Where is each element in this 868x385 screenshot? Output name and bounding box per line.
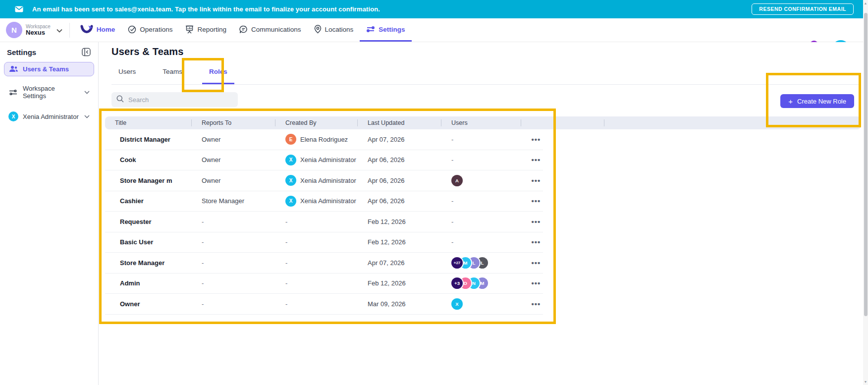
created-by-cell: XXenia Administrator bbox=[275, 196, 358, 207]
scrollbar-thumb[interactable] bbox=[864, 13, 868, 316]
reports-to-cell: Owner bbox=[192, 177, 275, 184]
column-header-last-updated: Last Updated bbox=[358, 116, 441, 129]
created-by-cell: - bbox=[275, 238, 358, 246]
avatar: X bbox=[451, 298, 463, 310]
users-cell: - bbox=[441, 238, 521, 246]
nav-item-settings[interactable]: Settings bbox=[360, 18, 411, 42]
reports-to-cell: - bbox=[192, 218, 275, 225]
last-updated-cell: Feb 12, 2026 bbox=[358, 218, 441, 225]
users-avatar-group: A bbox=[451, 175, 463, 186]
row-actions-button[interactable]: ••• bbox=[521, 279, 551, 287]
avatar: +27 bbox=[451, 257, 463, 269]
users-avatar-group: +27MLL bbox=[451, 257, 488, 269]
row-actions-button[interactable]: ••• bbox=[521, 218, 551, 226]
users-avatar-group: +3DNM bbox=[451, 277, 488, 289]
role-title: Store Manager bbox=[105, 259, 192, 267]
table-row[interactable]: Requester - - Feb 12, 2026 - ••• bbox=[105, 212, 543, 232]
table-row[interactable]: District Manager Owner EElena Rodriguez … bbox=[105, 129, 543, 150]
row-actions-button[interactable]: ••• bbox=[521, 259, 551, 267]
table-row[interactable]: Basic User - - Feb 12, 2026 - ••• bbox=[105, 232, 543, 253]
vertical-scrollbar: ▲ ▼ bbox=[863, 0, 868, 385]
resend-confirmation-button[interactable]: RESEND CONFIRMATION EMAIL bbox=[752, 3, 854, 15]
users-cell: - bbox=[441, 197, 521, 205]
row-actions-button[interactable]: ••• bbox=[521, 135, 551, 144]
tab-teams[interactable]: Teams bbox=[156, 60, 189, 84]
sidebar-item-label: Workspace Settings bbox=[23, 85, 80, 100]
avatar: X bbox=[285, 155, 296, 165]
nav-item-communications[interactable]: Communications bbox=[233, 18, 308, 42]
avatar: X bbox=[285, 175, 296, 186]
tab-roles[interactable]: Roles bbox=[202, 60, 234, 84]
row-actions-button[interactable]: ••• bbox=[521, 238, 551, 246]
presentation-icon bbox=[185, 25, 194, 34]
role-title: Cook bbox=[105, 156, 192, 164]
avatar: A bbox=[451, 175, 463, 186]
app-window: An email has been sent to sales@xenia.te… bbox=[0, 0, 868, 385]
chevron-down-icon bbox=[56, 26, 62, 35]
users-cell: A bbox=[441, 175, 521, 186]
row-actions-button[interactable]: ••• bbox=[521, 300, 551, 308]
last-updated-cell: Feb 12, 2026 bbox=[358, 238, 441, 246]
sliders-icon bbox=[366, 26, 375, 33]
created-by-name: Xenia Administrator bbox=[300, 197, 356, 205]
created-by-cell: - bbox=[275, 300, 358, 308]
table-body: District Manager Owner EElena Rodriguez … bbox=[105, 129, 861, 315]
row-actions-button[interactable]: ••• bbox=[521, 156, 551, 164]
chat-bubble-icon bbox=[239, 25, 248, 34]
nav-item-locations[interactable]: Locations bbox=[308, 18, 360, 42]
nav-item-label: Reporting bbox=[197, 26, 226, 33]
tabs-bar: Users Teams Roles bbox=[111, 60, 861, 85]
plus-icon: + bbox=[788, 97, 793, 106]
table-row[interactable]: Store Manager m Owner XXenia Administrat… bbox=[105, 170, 543, 191]
tab-users[interactable]: Users bbox=[111, 60, 143, 84]
reports-to-cell: - bbox=[192, 259, 275, 267]
sidebar-item-xenia-administrator[interactable]: X Xenia Administrator bbox=[4, 108, 94, 125]
table-row[interactable]: Store Manager - - Apr 07, 2026 +27MLL ••… bbox=[105, 253, 543, 274]
workspace-switcher[interactable]: N Workspace Nexus bbox=[6, 18, 62, 42]
created-by-cell: XXenia Administrator bbox=[275, 175, 358, 186]
reports-to-cell: Owner bbox=[192, 156, 275, 164]
role-title: Admin bbox=[105, 279, 192, 287]
nav-item-home[interactable]: Home bbox=[74, 18, 122, 42]
scroll-up-arrow[interactable]: ▲ bbox=[863, 1, 868, 5]
sidebar-item-users-teams[interactable]: Users & Teams bbox=[4, 62, 94, 76]
last-updated-cell: Apr 06, 2026 bbox=[358, 197, 441, 205]
last-updated-cell: Apr 06, 2026 bbox=[358, 177, 441, 184]
reports-to-cell: - bbox=[192, 300, 275, 308]
created-by-name: Elena Rodriguez bbox=[300, 136, 348, 143]
create-new-role-button[interactable]: + Create New Role bbox=[780, 94, 854, 108]
table-row[interactable]: Cashier Store Manager XXenia Administrat… bbox=[105, 191, 543, 212]
created-by-cell: EElena Rodriguez bbox=[275, 134, 358, 145]
row-actions-button[interactable]: ••• bbox=[521, 197, 551, 205]
users-cell: +3DNM bbox=[441, 277, 521, 289]
search-input[interactable] bbox=[128, 96, 233, 104]
column-header-created-by: Created By bbox=[275, 116, 358, 129]
table-row[interactable]: Cook Owner XXenia Administrator Apr 06, … bbox=[105, 150, 543, 171]
collapse-sidebar-icon[interactable] bbox=[81, 47, 91, 57]
sidebar-item-workspace-settings[interactable]: Workspace Settings bbox=[4, 81, 94, 103]
column-header-spacer bbox=[604, 116, 861, 129]
users-cell: X bbox=[441, 298, 521, 310]
created-by-cell: XXenia Administrator bbox=[275, 155, 358, 165]
navbar-divider bbox=[69, 23, 70, 38]
created-by-cell: - bbox=[275, 218, 358, 225]
scroll-down-arrow[interactable]: ▼ bbox=[863, 380, 868, 384]
sidebar-title: Settings bbox=[7, 48, 36, 56]
users-cell: - bbox=[441, 218, 521, 225]
row-actions-button[interactable]: ••• bbox=[521, 176, 551, 185]
users-cell: - bbox=[441, 136, 521, 143]
nav-item-label: Communications bbox=[251, 26, 301, 33]
search-icon bbox=[116, 95, 124, 105]
role-title: District Manager bbox=[105, 136, 192, 143]
last-updated-cell: Feb 12, 2026 bbox=[358, 279, 441, 287]
table-row[interactable]: Admin - - Feb 12, 2026 +3DNM ••• bbox=[105, 274, 543, 294]
nav-item-reporting[interactable]: Reporting bbox=[179, 18, 233, 42]
circle-check-icon bbox=[128, 25, 136, 34]
sliders-icon bbox=[8, 89, 18, 96]
column-header-actions bbox=[521, 116, 604, 129]
users-icon bbox=[8, 65, 18, 73]
table-row[interactable]: Owner - - Mar 09, 2026 X ••• bbox=[105, 294, 543, 315]
nav-item-label: Settings bbox=[379, 26, 405, 33]
nav-item-operations[interactable]: Operations bbox=[121, 18, 179, 42]
nav-item-label: Locations bbox=[325, 26, 354, 33]
